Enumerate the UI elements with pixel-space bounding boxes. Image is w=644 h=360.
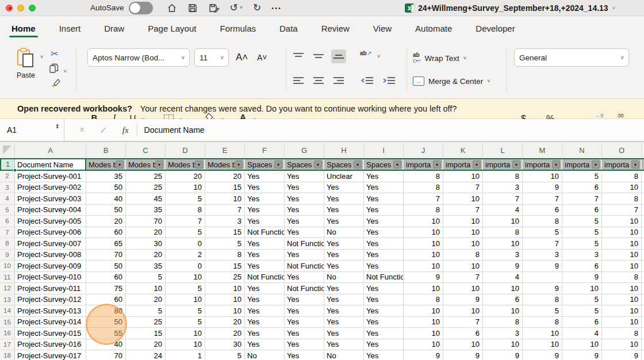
cell[interactable]: 20 — [126, 294, 166, 306]
row-number-9[interactable]: 9 — [0, 250, 15, 261]
cell[interactable]: 8 — [602, 272, 642, 284]
cell[interactable]: Yes — [324, 261, 364, 272]
cell[interactable]: Yes — [245, 250, 285, 261]
cell[interactable] — [642, 272, 644, 284]
cell[interactable]: 9 — [404, 350, 443, 360]
close-window-button[interactable] — [6, 5, 13, 12]
cancel-entry-icon[interactable]: × — [79, 125, 85, 135]
row-number-5[interactable]: 5 — [0, 205, 15, 216]
cell[interactable]: Yes — [324, 216, 364, 227]
cell[interactable]: Not Functio — [245, 272, 285, 284]
orientation-chevron-icon[interactable]: ˅ — [377, 53, 380, 59]
cell[interactable]: 7 — [523, 238, 562, 250]
name-box-spinner[interactable]: ▲ ▼ — [56, 123, 59, 129]
row-number-14[interactable]: 14 — [0, 305, 15, 317]
cell[interactable] — [642, 283, 644, 294]
cell[interactable]: Yes — [245, 317, 285, 328]
cell-document-name[interactable]: Project-Survey-005 — [15, 216, 86, 227]
cell[interactable]: Yes — [245, 305, 285, 317]
cell[interactable]: 5 — [562, 305, 602, 317]
cell[interactable]: 10 — [483, 216, 523, 227]
filter-dropdown-icon[interactable]: ▼ — [314, 160, 322, 168]
filter-header-cell[interactable]: Spaces f▼ — [285, 159, 324, 170]
cell[interactable] — [642, 193, 644, 205]
row-number-4[interactable]: 4 — [0, 193, 15, 205]
cell-document-name[interactable]: Project-Survey-007 — [15, 238, 86, 250]
align-center-button[interactable] — [311, 74, 326, 87]
cell[interactable]: Yes — [285, 250, 324, 261]
cell[interactable]: 0 — [166, 261, 205, 272]
cell[interactable]: 40 — [86, 193, 126, 205]
cell[interactable]: 10 — [523, 171, 562, 182]
cell[interactable]: Yes — [245, 171, 285, 182]
row-number-2[interactable]: 2 — [0, 171, 15, 182]
cell[interactable]: 10 — [602, 305, 642, 317]
cell[interactable]: Yes — [324, 250, 364, 261]
cell[interactable]: Yes — [364, 350, 404, 360]
cell[interactable]: 10 — [404, 283, 443, 294]
cell[interactable]: 10 — [404, 317, 443, 328]
cell[interactable]: 15 — [205, 261, 245, 272]
filter-dropdown-icon[interactable]: ▼ — [235, 160, 243, 168]
filter-dropdown-icon[interactable]: ▼ — [631, 160, 639, 168]
cell[interactable]: Yes — [245, 182, 285, 194]
column-header-D[interactable]: D — [166, 142, 205, 158]
cell[interactable]: 9 — [523, 182, 562, 194]
cell[interactable]: 50 — [86, 205, 126, 216]
cell[interactable]: Yes — [364, 261, 404, 272]
filter-header-cell[interactable]: Modes b▼ — [126, 159, 166, 170]
filter-header-cell[interactable]: Spaces f▼ — [324, 159, 364, 170]
cell[interactable]: Yes — [324, 328, 364, 339]
cell[interactable] — [642, 261, 644, 272]
cell[interactable]: 9 — [523, 283, 562, 294]
column-header-N[interactable]: N — [562, 142, 602, 158]
cell[interactable]: 5 — [562, 294, 602, 306]
cell[interactable]: Yes — [285, 182, 324, 194]
cell[interactable] — [642, 216, 644, 227]
cell[interactable] — [642, 317, 644, 328]
cell[interactable]: Yes — [324, 193, 364, 205]
column-header-J[interactable]: J — [404, 142, 443, 158]
cell[interactable]: 10 — [602, 227, 642, 239]
filter-dropdown-icon[interactable]: ▼ — [354, 160, 362, 168]
cell[interactable]: 8 — [443, 250, 483, 261]
filter-dropdown-icon[interactable]: ▼ — [116, 160, 124, 168]
cell-document-name[interactable]: Project-Survey-013 — [15, 305, 86, 317]
fill-handle[interactable] — [13, 168, 17, 172]
cell[interactable] — [642, 294, 644, 306]
cell[interactable]: 10 — [602, 182, 642, 194]
column-header-C[interactable]: C — [126, 142, 166, 158]
cell[interactable]: 5 — [562, 171, 602, 182]
cell[interactable]: Yes — [324, 205, 364, 216]
cell[interactable]: Yes — [285, 205, 324, 216]
save-as-icon[interactable] — [208, 3, 220, 13]
cell[interactable]: Yes — [324, 238, 364, 250]
cell[interactable]: 9 — [483, 261, 523, 272]
cell[interactable]: 10 — [166, 182, 205, 194]
cell[interactable]: 10 — [443, 227, 483, 239]
cell[interactable]: Yes — [285, 339, 324, 351]
cell[interactable]: 60 — [86, 294, 126, 306]
cell[interactable]: 6 — [562, 261, 602, 272]
cell[interactable]: 7 — [523, 193, 562, 205]
column-header-L[interactable]: L — [483, 142, 523, 158]
cell[interactable]: Not Functio — [285, 261, 324, 272]
filter-header-cell[interactable]: importa▼ — [602, 159, 642, 170]
cell[interactable]: 24 — [126, 350, 166, 360]
row-number-17[interactable]: 17 — [0, 339, 15, 351]
cell[interactable]: 40 — [86, 339, 126, 351]
cell[interactable]: 3 — [523, 250, 562, 261]
cell[interactable]: 10 — [562, 283, 602, 294]
cell[interactable]: 4 — [562, 328, 602, 339]
cell[interactable]: 10 — [443, 339, 483, 351]
cell[interactable]: 10 — [602, 261, 642, 272]
tab-home[interactable]: Home — [10, 18, 37, 39]
cell[interactable]: Yes — [364, 216, 404, 227]
cell[interactable]: 70 — [86, 350, 126, 360]
tab-page-layout[interactable]: Page Layout — [147, 18, 197, 39]
cell[interactable]: 9 — [404, 272, 443, 284]
filter-dropdown-icon[interactable]: ▼ — [195, 160, 203, 168]
more-commands-icon[interactable]: ••• — [271, 5, 282, 12]
cell[interactable]: 20 — [205, 328, 245, 339]
cell[interactable]: 8 — [483, 171, 523, 182]
